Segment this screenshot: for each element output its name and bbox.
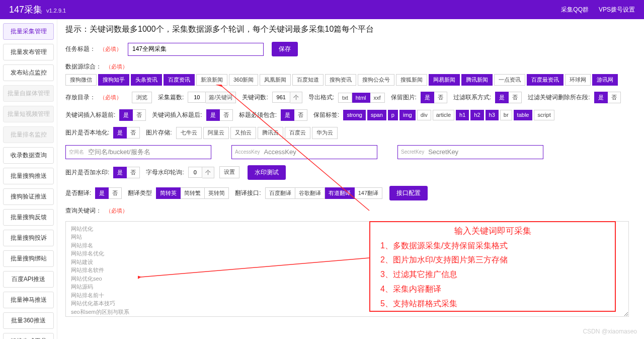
keep-tag-span[interactable]: span bbox=[367, 110, 386, 120]
watermark-set-button[interactable]: 设置 bbox=[219, 166, 239, 178]
image-local-否[interactable]: 否 bbox=[127, 127, 140, 139]
source-搜狗微信[interactable]: 搜狗微信 bbox=[65, 74, 97, 86]
sidebar-item-10[interactable]: 批量搜狗投诉 bbox=[3, 230, 54, 246]
source-新浪新闻[interactable]: 新浪新闻 bbox=[196, 74, 227, 86]
source-360新闻[interactable]: 360新闻 bbox=[229, 74, 258, 86]
source-搜狗公众号[interactable]: 搜狗公众号 bbox=[358, 74, 394, 86]
translate-type-英转简[interactable]: 英转简 bbox=[205, 187, 229, 199]
delete-paragraph-是[interactable]: 是 bbox=[594, 92, 608, 103]
translate-type-简转英[interactable]: 简转英 bbox=[156, 187, 181, 199]
source-搜狗知乎[interactable]: 搜狗知乎 bbox=[98, 74, 129, 86]
sidebar-item-0[interactable]: 批量采集管理 bbox=[3, 23, 54, 40]
export-format-html[interactable]: html bbox=[352, 93, 370, 103]
title-must-否[interactable]: 否 bbox=[294, 109, 307, 121]
collect-count-input[interactable] bbox=[188, 92, 206, 103]
keep-tag-img[interactable]: img bbox=[399, 110, 416, 120]
keep-image-label: 保留图片: bbox=[391, 93, 417, 102]
access-key-input[interactable]: AccessKey AccessKey bbox=[231, 145, 377, 159]
suffix-title-是[interactable]: 是 bbox=[206, 109, 220, 121]
prefix-title-否[interactable]: 否 bbox=[133, 109, 146, 121]
image-local-是[interactable]: 是 bbox=[113, 127, 127, 139]
keep-tag-article[interactable]: article bbox=[433, 110, 454, 120]
export-format-group: txthtmlxxf bbox=[338, 93, 384, 103]
header-links: 采集QQ群 VPS拨号设置 bbox=[561, 6, 635, 14]
translate-api-147翻译[interactable]: 147翻译 bbox=[355, 187, 382, 199]
keep-tag-table[interactable]: table bbox=[514, 110, 533, 120]
save-button[interactable]: 保存 bbox=[272, 42, 298, 56]
filter-contact-否[interactable]: 否 bbox=[509, 92, 522, 103]
image-store-七牛云[interactable]: 七牛云 bbox=[176, 127, 202, 139]
source-游讯网[interactable]: 游讯网 bbox=[592, 74, 618, 86]
translate-api-有道翻译[interactable]: 有道翻译 bbox=[325, 187, 355, 199]
export-format-txt[interactable]: txt bbox=[338, 93, 352, 103]
page-watermark: CSDN @xiaomaseo bbox=[583, 328, 637, 335]
sidebar-item-8[interactable]: 搜狗验证推送 bbox=[3, 188, 54, 205]
watermark-是[interactable]: 是 bbox=[113, 167, 127, 178]
browse-button[interactable]: 浏览 bbox=[132, 92, 152, 103]
sidebar-item-7[interactable]: 批量搜狗推送 bbox=[3, 168, 54, 184]
watermark-round-input[interactable] bbox=[188, 167, 202, 178]
source-网易新闻[interactable]: 网易新闻 bbox=[429, 74, 460, 86]
task-title-input[interactable] bbox=[128, 43, 264, 56]
keep-tag-strong[interactable]: strong bbox=[343, 110, 366, 120]
api-config-button[interactable]: 接口配置 bbox=[389, 186, 428, 200]
watermark-否[interactable]: 否 bbox=[127, 167, 140, 178]
keep-tag-h3[interactable]: h3 bbox=[486, 110, 499, 120]
translate-是[interactable]: 是 bbox=[95, 187, 109, 199]
delete-paragraph-group: 是否 bbox=[594, 92, 621, 103]
keep-tag-p[interactable]: p bbox=[388, 110, 398, 120]
sidebar-item-12[interactable]: 百度API推送 bbox=[3, 271, 54, 288]
qq-group-link[interactable]: 采集QQ群 bbox=[561, 6, 589, 14]
source-百度最资讯[interactable]: 百度最资讯 bbox=[527, 74, 564, 86]
translate-否[interactable]: 否 bbox=[109, 187, 122, 199]
source-腾讯新闻[interactable]: 腾讯新闻 bbox=[461, 74, 493, 86]
keep-tag-h1[interactable]: h1 bbox=[456, 110, 469, 120]
sidebar-item-1[interactable]: 批量发布管理 bbox=[3, 44, 54, 60]
keyword-count-label: 关键词数: bbox=[242, 93, 268, 102]
export-format-xxf[interactable]: xxf bbox=[370, 93, 385, 103]
watermark-row: 图片是否加水印: 是否 字母水印轮询: 个 设置 水印测试 bbox=[65, 165, 636, 180]
task-title-label: 任务标题： bbox=[65, 45, 96, 53]
secret-key-input[interactable]: SecretKey SecretKey bbox=[397, 145, 543, 159]
keep-image-是[interactable]: 是 bbox=[421, 92, 434, 103]
sidebar-item-2[interactable]: 发布站点监控 bbox=[3, 64, 54, 81]
sidebar-item-9[interactable]: 批量搜狗反馈 bbox=[3, 209, 54, 226]
image-store-华为云[interactable]: 华为云 bbox=[312, 127, 338, 139]
source-搜狗资讯[interactable]: 搜狗资讯 bbox=[325, 74, 356, 86]
filter-contact-是[interactable]: 是 bbox=[495, 92, 509, 103]
image-store-百度云[interactable]: 百度云 bbox=[285, 127, 310, 139]
keep-tag-script[interactable]: script bbox=[534, 110, 554, 120]
keep-tag-div[interactable]: div bbox=[417, 110, 431, 120]
prefix-title-是[interactable]: 是 bbox=[119, 109, 133, 121]
translate-type-简转繁[interactable]: 简转繁 bbox=[181, 187, 205, 199]
delete-paragraph-否[interactable]: 否 bbox=[608, 92, 621, 103]
sidebar-item-11[interactable]: 批量搜狗绑站 bbox=[3, 250, 54, 267]
translate-api-谷歌翻译[interactable]: 谷歌翻译 bbox=[295, 187, 325, 199]
image-store-腾讯云[interactable]: 腾讯云 bbox=[258, 127, 283, 139]
source-百度资讯[interactable]: 百度资讯 bbox=[164, 74, 195, 86]
keep-tag-h2[interactable]: h2 bbox=[470, 110, 484, 120]
image-store-阿里云[interactable]: 阿里云 bbox=[203, 127, 229, 139]
keyword-textarea[interactable]: 网站优化网站网站排名网站排名优化网站建设网站排名软件网站优化seo网站源码网站排… bbox=[65, 221, 629, 317]
sidebar-item-13[interactable]: 批量神马推送 bbox=[3, 292, 54, 308]
translate-api-百度翻译[interactable]: 百度翻译 bbox=[265, 187, 295, 199]
source-头条资讯[interactable]: 头条资讯 bbox=[131, 74, 162, 86]
title-must-是[interactable]: 是 bbox=[281, 109, 294, 121]
sidebar-item-15[interactable]: 链接生成工具 bbox=[3, 333, 54, 339]
sidebar-item-14[interactable]: 批量360推送 bbox=[3, 312, 54, 329]
image-store-又拍云[interactable]: 又拍云 bbox=[230, 127, 256, 139]
suffix-title-否[interactable]: 否 bbox=[220, 109, 233, 121]
space-name-input[interactable]: 空间名 空间名/bucket/服务名 bbox=[65, 145, 211, 159]
source-凤凰新闻[interactable]: 凤凰新闻 bbox=[260, 74, 291, 86]
keep-tag-br[interactable]: br bbox=[500, 110, 512, 120]
source-百度知道[interactable]: 百度知道 bbox=[292, 74, 324, 86]
collect-count-label: 采集篇数: bbox=[158, 93, 184, 102]
watermark-test-button[interactable]: 水印测试 bbox=[248, 165, 286, 180]
keyword-count-input[interactable] bbox=[272, 92, 290, 103]
sidebar-item-6[interactable]: 收录数据查询 bbox=[3, 147, 54, 164]
source-一点资讯[interactable]: 一点资讯 bbox=[494, 74, 525, 86]
keep-image-否[interactable]: 否 bbox=[434, 92, 447, 103]
source-搜狐新闻[interactable]: 搜狐新闻 bbox=[396, 74, 427, 86]
source-环球网[interactable]: 环球网 bbox=[565, 74, 591, 86]
vps-dial-link[interactable]: VPS拨号设置 bbox=[599, 6, 635, 14]
